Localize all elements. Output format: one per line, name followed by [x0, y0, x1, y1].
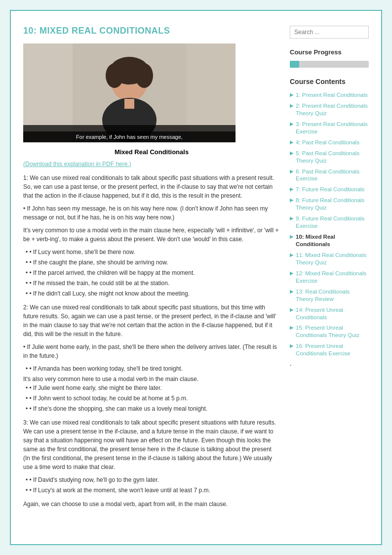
paragraph-2: 2: We can use mixed real conditionals to…	[23, 303, 280, 339]
course-item-5[interactable]: ▶ 5: Past Real Conditionals Theory Quiz	[290, 150, 369, 165]
arrow-icon-8: ▶	[290, 197, 294, 203]
arrow-icon-1: ▶	[290, 92, 294, 97]
course-item-dot: ·	[290, 361, 369, 370]
bullet-1-2: • If she caught the plane, she should be…	[23, 258, 280, 267]
bullet-2-intro: It's also very common here to use a moda…	[23, 375, 280, 384]
bullet-1-3: • If the parcel arrived, the children wi…	[23, 268, 280, 277]
course-link-9[interactable]: 9: Future Real Conditionals Exercise	[296, 215, 369, 230]
bullet-2-2: • If Julie went home early, she might be…	[23, 384, 280, 392]
video-thumbnail: For example, if John has seen my message…	[23, 43, 235, 142]
course-contents-label: Course Contents	[290, 78, 369, 85]
course-item-11[interactable]: ▶ 11: Mixed Real Conditionals Theory Qui…	[290, 252, 369, 266]
modal-intro: It's very common to use a modal verb in …	[23, 226, 280, 244]
course-link-12[interactable]: 12: Mixed Real Conditionals Exercise	[296, 270, 369, 285]
arrow-icon-4: ▶	[290, 139, 294, 145]
page-wrapper: 10: MIXED REAL CONDITIONALS	[10, 10, 382, 545]
course-item-9[interactable]: ▶ 9: Future Real Conditionals Exercise	[290, 215, 369, 230]
arrow-icon-7: ▶	[290, 186, 294, 192]
course-link-1[interactable]: 1: Present Real Conditionals	[296, 91, 368, 99]
arrow-icon-16: ▶	[290, 343, 294, 348]
video-caption: For example, if John has seen my message…	[23, 131, 235, 142]
course-link-11[interactable]: 11: Mixed Real Conditionals Theory Quiz	[296, 252, 369, 266]
bullet-2-4: • If she's done the shopping, she can ma…	[23, 404, 280, 413]
arrow-icon-11: ▶	[290, 252, 294, 257]
bullets-section-3: • If David's studying now, he'll go to t…	[23, 475, 280, 495]
course-link-8[interactable]: 8: Future Real Conditionals Theory Quiz	[296, 197, 369, 212]
progress-bar-track	[290, 61, 369, 68]
course-item-15[interactable]: ▶ 15: Present Unreal Conditionals Theory…	[290, 324, 369, 339]
course-item-14[interactable]: ▶ 14: Present Unreal Conditionals	[290, 306, 369, 321]
course-items-list: ▶ 1: Present Real Conditionals ▶ 2: Pres…	[290, 91, 369, 370]
bullets-section-2: • If Amanda has been working today, she'…	[23, 364, 280, 413]
course-link-6[interactable]: 6: Past Real Conditionals Exercise	[296, 168, 369, 183]
course-item-16[interactable]: ▶ 16: Present Unreal Conditionals Exerci…	[290, 342, 369, 357]
course-link-15[interactable]: 15: Present Unreal Conditionals Theory Q…	[296, 324, 369, 339]
paragraph-1: 1: We can use mixed real conditionals to…	[23, 173, 280, 200]
paragraph-3: 3: We can use mixed real conditionals to…	[23, 418, 280, 471]
course-item-1[interactable]: ▶ 1: Present Real Conditionals	[290, 91, 369, 99]
arrow-icon-2: ▶	[290, 103, 294, 108]
course-item-12[interactable]: ▶ 12: Mixed Real Conditionals Exercise	[290, 270, 369, 285]
arrow-icon-5: ▶	[290, 150, 294, 156]
arrow-icon-6: ▶	[290, 169, 294, 174]
svg-point-6	[106, 63, 123, 88]
dot-bullet: ·	[290, 362, 292, 370]
course-item-13[interactable]: ▶ 13: Real Conditionals Theory Review	[290, 288, 369, 303]
course-item-7[interactable]: ▶ 7: Future Real Conditionals	[290, 186, 369, 193]
arrow-icon-15: ▶	[290, 325, 294, 330]
arrow-icon-13: ▶	[290, 289, 294, 294]
course-link-4[interactable]: 4: Past Real Conditionals	[296, 139, 359, 146]
sidebar: Course Progress Course Contents ▶ 1: Pre…	[290, 26, 369, 529]
course-link-14[interactable]: 14: Present Unreal Conditionals	[296, 306, 369, 321]
course-link-7[interactable]: 7: Future Real Conditionals	[296, 186, 364, 193]
bullet-2-1: • If Amanda has been working today, she'…	[23, 364, 280, 373]
course-link-10[interactable]: 10: Mixed Real Conditionals	[296, 233, 369, 248]
video-title: Mixed Real Conditionals	[23, 148, 280, 156]
course-item-2[interactable]: ▶ 2: Present Real Conditionals Theory Qu…	[290, 102, 369, 117]
course-link-16[interactable]: 16: Present Unreal Conditionals Exercise	[296, 342, 369, 357]
main-text: 1: We can use mixed real conditionals to…	[23, 173, 280, 509]
course-item-10[interactable]: ▶ 10: Mixed Real Conditionals	[290, 233, 369, 248]
arrow-icon-3: ▶	[290, 121, 294, 127]
paragraph-4: Again, we can choose to use a modal verb…	[23, 500, 280, 509]
bullets-section-1: • If Lucy went home, she'll be there now…	[23, 248, 280, 298]
arrow-icon-14: ▶	[290, 307, 294, 312]
arrow-icon-12: ▶	[290, 270, 294, 276]
progress-bar-fill	[290, 61, 299, 68]
course-item-6[interactable]: ▶ 6: Past Real Conditionals Exercise	[290, 168, 369, 183]
video-background	[23, 43, 235, 142]
bullet-2-3: • If John went to school today, he could…	[23, 394, 280, 403]
main-content: 10: MIXED REAL CONDITIONALS	[23, 26, 280, 529]
arrow-icon-9: ▶	[290, 215, 294, 221]
course-link-2[interactable]: 2: Present Real Conditionals Theory Quiz	[296, 102, 369, 117]
svg-point-7	[135, 63, 153, 88]
course-item-4[interactable]: ▶ 4: Past Real Conditionals	[290, 139, 369, 146]
page-title: 10: MIXED REAL CONDITIONALS	[23, 26, 280, 36]
bullet-1-4: • If he missed the train, he could still…	[23, 279, 280, 288]
bullet-3-2: • If Lucy's at work at the moment, she w…	[23, 486, 280, 495]
search-input[interactable]	[290, 26, 369, 39]
bullet-1-5: • If he didn't call Lucy, she might not …	[23, 289, 280, 298]
course-link-3[interactable]: 3: Present Real Conditionals Exercise	[296, 121, 369, 135]
course-link-5[interactable]: 5: Past Real Conditionals Theory Quiz	[296, 150, 369, 165]
bullet-1-1: • If Lucy went home, she'll be there now…	[23, 248, 280, 256]
course-item-3[interactable]: ▶ 3: Present Real Conditionals Exercise	[290, 121, 369, 135]
download-link[interactable]: (Download this explanation in PDF here.)	[23, 161, 280, 168]
svg-rect-9	[124, 99, 134, 109]
course-link-13[interactable]: 13: Real Conditionals Theory Review	[296, 288, 369, 303]
example-2: • If Julie went home early, in the past,…	[23, 342, 280, 360]
course-item-8[interactable]: ▶ 8: Future Real Conditionals Theory Qui…	[290, 197, 369, 212]
arrow-icon-10: ▶	[290, 234, 294, 239]
course-progress-label: Course Progress	[290, 48, 369, 56]
video-container[interactable]: For example, if John has seen my message…	[23, 43, 235, 142]
example-1: • If John has seen my message, he is on …	[23, 204, 280, 222]
bullet-3-1: • If David's studying now, he'll go to t…	[23, 475, 280, 484]
